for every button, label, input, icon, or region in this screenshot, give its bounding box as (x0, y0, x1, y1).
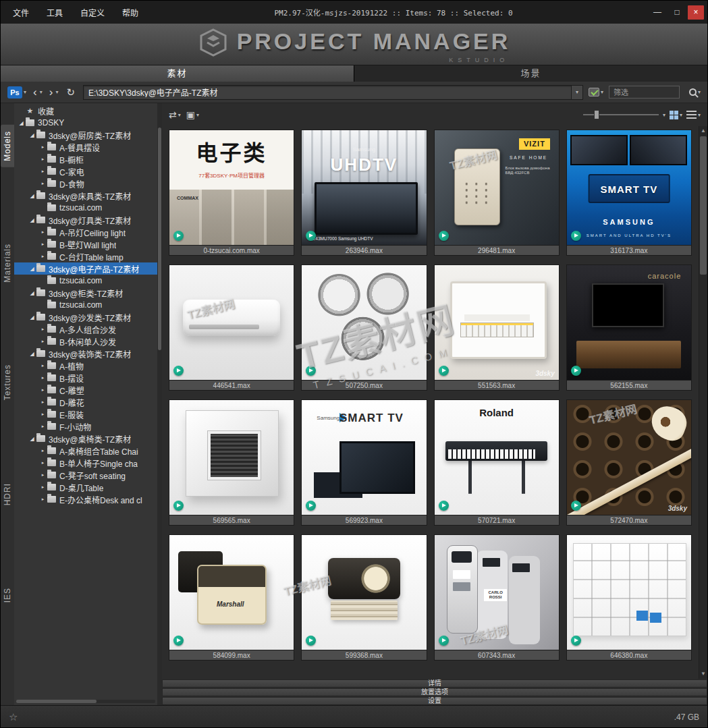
menu-item[interactable]: 帮助 (122, 7, 138, 18)
sidetab-materials[interactable]: Materials (1, 237, 14, 289)
tree-expand-arrow[interactable]: ▸ (38, 254, 47, 259)
favorites-star-icon[interactable]: ☆ (9, 711, 18, 723)
asset-card[interactable]: 446541.max (169, 264, 294, 391)
tree-item[interactable]: ▸A-多人组合沙发 (14, 323, 157, 335)
tree-item[interactable]: ▸A-餐具摆设 (14, 141, 157, 153)
tree-expand-arrow[interactable]: ▸ (38, 169, 47, 174)
tree-item[interactable]: ▸C-雕塑 (14, 384, 157, 396)
preview-toggle-button[interactable]: ▾ (589, 88, 603, 96)
tree-expand-arrow[interactable]: ▸ (38, 399, 47, 405)
sidetab-textures[interactable]: Textures (1, 358, 14, 406)
tree-item[interactable]: ◢3dsky@柜类-TZ素材 (14, 287, 157, 299)
tree-expand-arrow[interactable]: ▸ (38, 327, 47, 332)
tree-item[interactable]: ◢3dsky@电子产品-TZ素材 (14, 262, 157, 275)
tree-item[interactable]: ▸B-摆设 (14, 372, 157, 384)
sidetab-ies[interactable]: IES (1, 582, 14, 609)
asset-thumbnail[interactable] (567, 535, 691, 650)
sidetab-models[interactable]: Models (1, 125, 14, 167)
tree-expand-arrow[interactable]: ▸ (38, 157, 47, 162)
scroll-up-arrow[interactable]: ▲ (699, 126, 707, 136)
tab-scenes[interactable]: 场景 (354, 65, 707, 82)
asset-card[interactable]: Roland570721.max (434, 399, 560, 526)
tree-item[interactable]: ◢3DSKY (14, 117, 157, 129)
menu-item[interactable]: 工具 (47, 7, 63, 18)
tree-expand-arrow[interactable]: ◢ (28, 132, 36, 138)
tree-item[interactable]: tzsucai.com (14, 202, 157, 214)
tree-expand-arrow[interactable]: ▸ (38, 181, 47, 186)
asset-card[interactable]: 电子类77套3DSKY·PM项目管理器COMMAX0-tzsucai.com.m… (169, 130, 294, 256)
tree-item[interactable]: ▸C-家电 (14, 165, 157, 177)
asset-card[interactable]: 3dsky572470.max (566, 399, 692, 526)
tree-expand-arrow[interactable]: ◢ (28, 266, 36, 272)
asset-card[interactable]: Marshall584099.max (169, 534, 294, 661)
maximize-button[interactable]: □ (668, 5, 686, 20)
tree-expand-arrow[interactable]: ◢ (28, 314, 36, 320)
tree-expand-arrow[interactable]: ◢ (28, 290, 36, 296)
asset-thumbnail[interactable]: Roland (435, 400, 559, 515)
tree-item[interactable]: ▸C-凳子soft seating (14, 469, 157, 481)
asset-card[interactable]: 646380.max (566, 534, 692, 661)
scrollbar-thumb[interactable] (700, 136, 707, 275)
path-dropdown-button[interactable]: ▾ (571, 86, 582, 99)
tree-expand-arrow[interactable]: ◢ (28, 436, 36, 442)
tree-item[interactable]: ▸D-食物 (14, 177, 157, 190)
tree-item[interactable]: ◢3dsky@沙发类-TZ素材 (14, 311, 157, 323)
tree-item[interactable]: ◢3dsky@灯具类-TZ素材 (14, 214, 157, 226)
rollout-header[interactable]: 设置 (162, 697, 707, 705)
tree-expand-arrow[interactable]: ▸ (38, 484, 47, 490)
update-previews-button[interactable]: ⇄ ▾ (169, 110, 181, 119)
asset-thumbnail[interactable]: CARLO ROSSI (435, 535, 559, 650)
tree-item[interactable]: tzsucai.com (14, 275, 157, 287)
tree-expand-arrow[interactable]: ◢ (28, 193, 36, 199)
scroll-down-arrow[interactable]: ▼ (699, 669, 707, 679)
tree-expand-arrow[interactable]: ▸ (38, 497, 47, 502)
slider-handle[interactable] (594, 110, 599, 119)
search-button[interactable]: ▾ (685, 88, 701, 96)
asset-thumbnail[interactable]: 3dsky (435, 265, 559, 380)
sidetab-hdri[interactable]: HDRI (1, 477, 14, 511)
tree-expand-arrow[interactable]: ▸ (38, 242, 47, 247)
tree-expand-arrow[interactable]: ▸ (38, 387, 47, 393)
close-button[interactable]: × (688, 5, 704, 20)
asset-thumbnail[interactable]: caracole (567, 265, 691, 380)
tree-item[interactable]: ★收藏 (14, 105, 157, 117)
grid-view-button[interactable]: ▾ (670, 111, 682, 119)
tree-item[interactable]: tzsucai.com (14, 299, 157, 311)
tree-item[interactable]: ▸E-服装 (14, 408, 157, 420)
tree-expand-arrow[interactable]: ◢ (28, 351, 36, 357)
tree-item[interactable]: ◢3dsky@厨房类-TZ素材 (14, 129, 157, 141)
asset-card[interactable]: UHDTVSamsungUE43MU7000 Samsung UHDTV2639… (301, 130, 427, 256)
rollout-header[interactable]: 详情 (162, 679, 707, 688)
tree-expand-arrow[interactable]: ▸ (38, 424, 47, 429)
ps-menu-button[interactable]: Ps ▾ (7, 86, 26, 99)
tree-horizontal-scrollbar[interactable] (16, 700, 155, 703)
tree-expand-arrow[interactable]: ▸ (38, 448, 47, 453)
tree-item[interactable]: ▸D-雕花 (14, 396, 157, 408)
asset-card[interactable]: caracole562155.max (566, 264, 692, 391)
minimize-button[interactable]: — (649, 5, 666, 20)
tree-item[interactable]: ▸D-桌几Table (14, 481, 157, 493)
tree-expand-arrow[interactable]: ▸ (38, 363, 47, 368)
asset-card[interactable]: 599368.max (301, 534, 427, 661)
asset-thumbnail[interactable] (169, 400, 294, 515)
sort-button[interactable]: ▾ (686, 111, 701, 119)
tree-item[interactable]: ◢3dsky@桌椅类-TZ素材 (14, 432, 157, 445)
tab-assets[interactable]: 素材 (1, 65, 354, 82)
asset-card[interactable]: SMART TVSamsung569923.max (301, 399, 427, 526)
refresh-button[interactable]: ↻ (66, 87, 75, 97)
tree-expand-arrow[interactable]: ▸ (38, 412, 47, 417)
tree-expand-arrow[interactable]: ▸ (38, 144, 47, 150)
tree-expand-arrow[interactable]: ◢ (17, 120, 26, 126)
back-button[interactable]: ‹ ▾ (32, 86, 43, 98)
tree-item[interactable]: ◢3dsky@装饰类-TZ素材 (14, 347, 157, 360)
asset-thumbnail[interactable]: 3dsky (567, 400, 691, 515)
asset-thumbnail[interactable]: UHDTVSamsungUE43MU7000 Samsung UHDTV (302, 130, 426, 245)
tree-item[interactable]: ▸B-休闲单人沙发 (14, 335, 157, 347)
tree-item[interactable]: ▸A-桌椅组合Table Chai (14, 445, 157, 457)
tree-expand-arrow[interactable]: ▸ (38, 229, 47, 235)
tree-expand-arrow[interactable]: ▸ (38, 339, 47, 344)
asset-thumbnail[interactable]: SMART TVSAMSUNGSMART AND ULTRA HD TV'S (567, 130, 691, 245)
asset-card[interactable]: 507250.max (301, 264, 427, 391)
tree-item[interactable]: ◢3dsky@床具类-TZ素材 (14, 190, 157, 202)
forward-button[interactable]: › ▾ (48, 86, 59, 98)
